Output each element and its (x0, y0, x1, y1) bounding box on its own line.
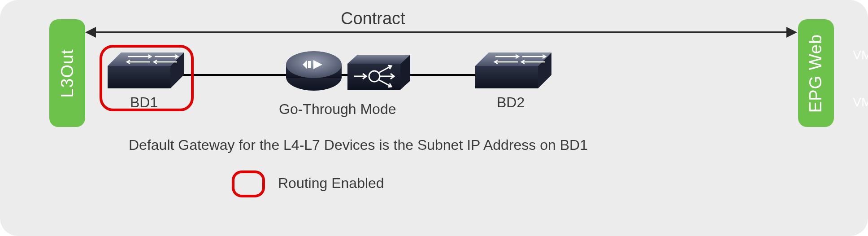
svg-rect-11 (308, 61, 311, 68)
epg-web-label: EPG Web (807, 34, 826, 112)
arrow-right-icon (786, 27, 797, 38)
contract-arrow-line (96, 31, 786, 33)
mode-label: Go-Through Mode (279, 101, 396, 118)
contract-label: Contract (341, 9, 405, 28)
l3out-block: L3Out (49, 19, 85, 127)
service-block-icon (347, 54, 410, 96)
caption-text: Default Gateway for the L4-L7 Devices is… (129, 137, 588, 153)
legend-routing-icon (232, 170, 265, 197)
svg-rect-23 (475, 66, 538, 88)
bd2-label: BD2 (497, 94, 525, 111)
l3out-label: L3Out (58, 49, 77, 98)
bd1-switch-icon (108, 50, 184, 88)
svg-rect-2 (108, 66, 170, 88)
legend-routing-label: Routing Enabled (278, 175, 384, 192)
vm7-block: VM 7 (843, 43, 868, 67)
vm8-block: VM 8 (843, 90, 868, 114)
bd1-label: BD1 (130, 94, 158, 111)
vm8-label: VM 8 (853, 95, 868, 109)
diagram-canvas: Contract L3Out EPG Web VM 7 VM 8 (0, 0, 868, 236)
arrow-left-icon (85, 27, 96, 38)
epg-web-block: EPG Web (798, 19, 834, 127)
vm7-label: VM 7 (853, 48, 868, 62)
service-disk-icon (285, 50, 343, 95)
svg-marker-13 (347, 55, 410, 64)
bd2-switch-icon (475, 50, 551, 88)
